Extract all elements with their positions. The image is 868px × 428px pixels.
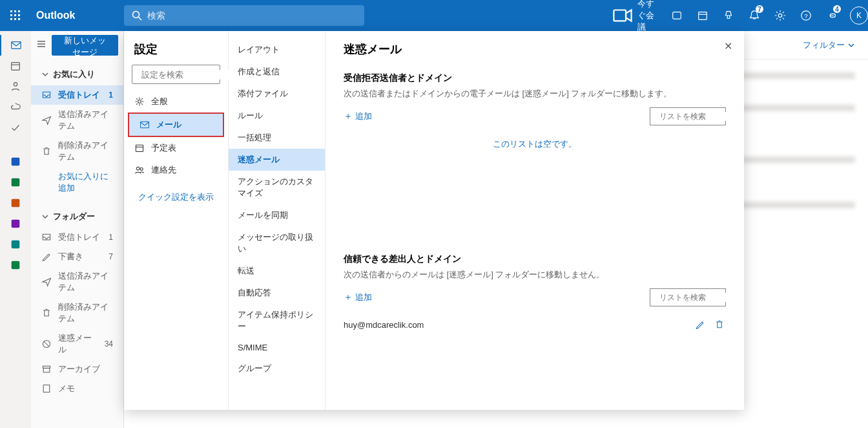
page-title: 迷惑メール <box>344 41 726 57</box>
blocked-empty-message: このリストは空です。 <box>344 132 726 176</box>
help-icon[interactable]: ? <box>793 0 819 31</box>
folder-item-sent[interactable]: 送信済みアイテム <box>31 266 123 297</box>
svg-point-43 <box>140 167 143 170</box>
link-icon[interactable]: 4 <box>819 0 845 31</box>
svg-rect-26 <box>12 241 20 249</box>
settings-subcategory-3[interactable]: ルール <box>229 105 325 127</box>
rail-excel[interactable] <box>0 172 31 193</box>
filter-button[interactable]: フィルター <box>803 39 855 51</box>
settings-search[interactable] <box>132 65 220 84</box>
safe-search[interactable] <box>650 288 726 306</box>
settings-subcategory-0[interactable]: レイアウト <box>229 39 325 61</box>
settings-subcategory-5[interactable]: 迷惑メール <box>229 149 325 171</box>
folder-item-draft[interactable]: 下書き7 <box>31 247 123 266</box>
svg-line-32 <box>44 341 49 347</box>
user-avatar[interactable]: K <box>850 6 868 25</box>
svg-rect-2 <box>18 10 20 12</box>
add-favorite-link[interactable]: お気に入りに追加 <box>31 167 123 198</box>
settings-subcategory-10[interactable]: 自動応答 <box>229 282 325 304</box>
folder-item-sent[interactable]: 送信済みアイテム <box>31 105 123 136</box>
settings-category-people[interactable]: 連絡先 <box>124 159 228 181</box>
svg-rect-12 <box>673 12 681 19</box>
rail-calendar[interactable] <box>0 56 31 76</box>
svg-rect-3 <box>10 14 12 16</box>
safe-senders-heading: 信頼できる差出人とドメイン <box>344 253 726 265</box>
chevron-down-icon <box>41 70 49 78</box>
settings-subcategory-7[interactable]: メールを同期 <box>229 204 325 226</box>
svg-rect-11 <box>614 10 626 21</box>
settings-category-calendar[interactable]: 予定表 <box>124 137 228 159</box>
meet-now-button[interactable]: 今すぐ会議 <box>605 0 664 31</box>
folder-item-inbox[interactable]: 受信トレイ1 <box>31 228 123 247</box>
settings-subcategory-13[interactable]: グループ <box>229 358 325 380</box>
notifications-icon[interactable]: 7 <box>741 0 767 31</box>
folder-item-trash[interactable]: 削除済みアイテム <box>31 297 123 328</box>
settings-subcategory-12[interactable]: S/MIME <box>229 337 325 358</box>
calendar-header-icon[interactable] <box>690 0 716 31</box>
settings-subcategory-1[interactable]: 作成と返信 <box>229 61 325 83</box>
svg-rect-40 <box>136 145 143 151</box>
rail-people[interactable] <box>0 76 31 97</box>
svg-line-10 <box>139 17 142 21</box>
safe-search-input[interactable] <box>659 293 744 302</box>
svg-rect-8 <box>18 18 20 20</box>
settings-subcategory-9[interactable]: 転送 <box>229 260 325 282</box>
svg-rect-39 <box>141 122 149 128</box>
new-message-button[interactable]: 新しいメッセージ <box>52 35 118 56</box>
settings-header-icon[interactable] <box>767 0 793 31</box>
rail-word[interactable] <box>0 151 31 172</box>
settings-subcategory-6[interactable]: アクションのカスタマイズ <box>229 171 325 204</box>
favorites-section[interactable]: お気に入り <box>31 63 123 85</box>
teams-icon[interactable] <box>664 0 690 31</box>
rail-powerpoint[interactable] <box>0 193 31 213</box>
add-blocked-button[interactable]: ＋追加 <box>344 111 372 122</box>
svg-rect-13 <box>699 12 707 20</box>
rail-sharepoint[interactable] <box>0 234 31 255</box>
svg-rect-18 <box>12 42 21 49</box>
rail-mail[interactable] <box>0 35 31 56</box>
rail-files[interactable] <box>0 97 31 118</box>
svg-rect-27 <box>12 261 20 270</box>
quick-settings-link[interactable]: クイック設定を表示 <box>124 181 228 213</box>
svg-point-15 <box>778 14 781 17</box>
blocked-search-input[interactable] <box>659 112 744 121</box>
svg-text:?: ? <box>804 12 808 19</box>
settings-category-mail[interactable]: メール <box>128 112 224 137</box>
svg-rect-19 <box>12 63 20 70</box>
folder-item-archive[interactable]: アーカイブ <box>31 359 123 379</box>
folder-item-junk[interactable]: 迷惑メール34 <box>31 328 123 359</box>
link-badge: 4 <box>833 5 841 13</box>
hamburger-button[interactable] <box>36 39 46 52</box>
sender-email: huy@mdcareclik.com <box>344 320 687 330</box>
app-launcher-button[interactable] <box>0 0 31 31</box>
close-button[interactable]: ✕ <box>724 40 732 52</box>
settings-category-gear[interactable]: 全般 <box>124 91 228 112</box>
rail-lists[interactable] <box>0 255 31 275</box>
settings-subcategory-11[interactable]: アイテム保持ポリシー <box>229 304 325 337</box>
folder-item-inbox[interactable]: 受信トレイ1 <box>31 85 123 105</box>
global-search[interactable] <box>124 5 364 26</box>
folder-item-note[interactable]: メモ <box>31 379 123 398</box>
folders-section[interactable]: フォルダー <box>31 206 123 228</box>
delete-button[interactable] <box>713 318 726 331</box>
blocked-search[interactable] <box>650 107 726 125</box>
chevron-down-icon <box>847 41 855 49</box>
folder-item-trash[interactable]: 削除済みアイテム <box>31 136 123 167</box>
search-input[interactable] <box>147 10 356 21</box>
folder-pane: 新しいメッセージ お気に入り 受信トレイ1送信済みアイテム削除済みアイテム お気… <box>31 31 124 428</box>
rail-tasks[interactable] <box>0 118 31 138</box>
rail-onenote[interactable] <box>0 213 31 234</box>
tips-icon[interactable] <box>716 0 741 31</box>
add-safe-button[interactable]: ＋追加 <box>344 292 372 303</box>
safe-sender-row: huy@mdcareclik.com <box>344 313 726 336</box>
settings-subcategory-4[interactable]: 一括処理 <box>229 127 325 149</box>
blocked-senders-desc: 次の送信者またはドメインからの電子メールは [迷惑メール] フォルダーに移動しま… <box>344 88 726 100</box>
settings-subcategory-2[interactable]: 添付ファイル <box>229 83 325 105</box>
edit-button[interactable] <box>694 318 707 331</box>
settings-subcategory-8[interactable]: メッセージの取り扱い <box>229 226 325 260</box>
svg-rect-6 <box>10 18 12 20</box>
safe-senders-desc: 次の送信者からのメールは [迷惑メール] フォルダーに移動しません。 <box>344 269 726 281</box>
notifications-badge: 7 <box>756 5 763 13</box>
svg-point-38 <box>138 100 141 103</box>
svg-rect-5 <box>18 14 20 16</box>
